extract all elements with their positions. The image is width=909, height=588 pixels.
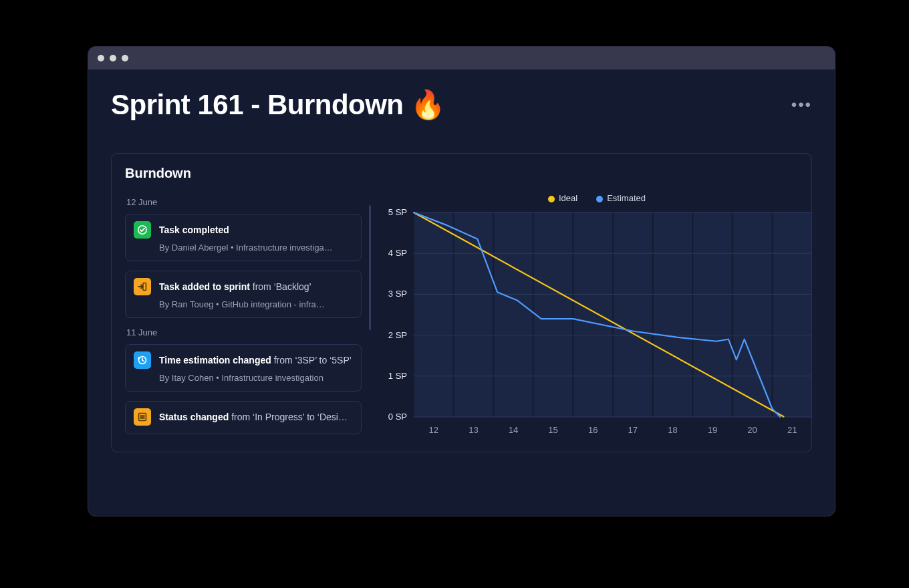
svg-text:13: 13	[469, 425, 478, 435]
chart-svg: 5 SP4 SP3 SP2 SP1 SP0 SP1213141516171819…	[376, 207, 812, 442]
svg-text:16: 16	[588, 425, 598, 435]
legend-estimated-label: Estimated	[607, 193, 646, 203]
app-window: Sprint 161 - Burndown 🔥 ••• Burndown 12 …	[88, 46, 835, 517]
svg-text:14: 14	[509, 425, 518, 435]
more-menu-button[interactable]: •••	[791, 96, 812, 114]
svg-text:21: 21	[787, 425, 797, 435]
legend-ideal-label: Ideal	[559, 193, 577, 203]
svg-rect-14	[773, 212, 811, 417]
event-title: Status changed from ‘In Progress’ to ‘De…	[159, 412, 348, 422]
svg-rect-10	[614, 212, 652, 417]
chart-legend: Ideal Estimated	[376, 193, 812, 203]
svg-text:18: 18	[668, 425, 677, 435]
svg-text:3 SP: 3 SP	[388, 289, 407, 299]
svg-rect-2	[143, 283, 146, 291]
burndown-card: Burndown 12 JuneTask completedBy Daniel …	[111, 153, 812, 452]
svg-rect-6	[454, 212, 493, 417]
svg-text:15: 15	[548, 425, 557, 435]
svg-rect-13	[733, 212, 772, 417]
window-maximize-icon[interactable]	[122, 55, 128, 61]
feed-event[interactable]: Task completedBy Daniel Abergel • Infras…	[125, 214, 362, 261]
clock-icon	[134, 351, 151, 369]
svg-text:0 SP: 0 SP	[388, 412, 407, 422]
burndown-chart: 5 SP4 SP3 SP2 SP1 SP0 SP1213141516171819…	[376, 207, 812, 434]
arrow-in-icon	[134, 278, 151, 295]
window-controls[interactable]	[98, 55, 128, 61]
event-subtitle: By Itay Cohen • Infrastructure investiga…	[134, 373, 353, 383]
svg-text:12: 12	[429, 425, 438, 435]
page-title-text: Sprint 161 - Burndown	[111, 89, 404, 121]
window-close-icon[interactable]	[98, 55, 104, 61]
window-minimize-icon[interactable]	[110, 55, 116, 61]
page-title: Sprint 161 - Burndown 🔥	[111, 88, 444, 121]
event-title: Task completed	[159, 225, 229, 235]
event-title: Time estimation changed from ‘3SP’ to ‘5…	[159, 355, 352, 365]
page-content: Sprint 161 - Burndown 🔥 ••• Burndown 12 …	[88, 69, 835, 516]
svg-text:5 SP: 5 SP	[388, 207, 407, 217]
activity-feed[interactable]: 12 JuneTask completedBy Daniel Abergel •…	[125, 193, 371, 444]
event-subtitle: By Ran Toueg • GitHub integration - infr…	[134, 299, 353, 309]
window-titlebar	[88, 47, 835, 69]
svg-rect-9	[573, 212, 612, 417]
svg-text:20: 20	[747, 425, 757, 435]
dot-icon	[596, 196, 603, 202]
dot-icon	[548, 196, 555, 202]
chart-panel: Ideal Estimated 5 SP4 SP3 SP2 SP1 SP0 SP…	[376, 193, 812, 444]
card-title: Burndown	[112, 154, 811, 193]
svg-rect-11	[654, 212, 692, 417]
feed-event[interactable]: Task added to sprint from ‘Backlog’By Ra…	[125, 271, 362, 318]
fire-icon: 🔥	[410, 88, 445, 121]
svg-rect-5	[414, 212, 453, 417]
svg-text:4 SP: 4 SP	[388, 248, 407, 258]
event-title: Task added to sprint from ‘Backlog’	[159, 281, 311, 292]
event-subtitle: By Daniel Abergel • Infrastructure inves…	[134, 243, 353, 253]
svg-text:2 SP: 2 SP	[388, 330, 407, 340]
svg-text:17: 17	[628, 425, 638, 435]
list-icon	[134, 408, 151, 426]
svg-rect-12	[693, 212, 732, 417]
legend-estimated: Estimated	[596, 193, 646, 203]
check-icon	[134, 221, 151, 239]
feed-event[interactable]: Status changed from ‘In Progress’ to ‘De…	[125, 401, 362, 434]
svg-rect-8	[534, 212, 573, 417]
legend-ideal: Ideal	[548, 193, 577, 203]
svg-text:1 SP: 1 SP	[388, 371, 407, 381]
svg-text:19: 19	[708, 425, 717, 435]
feed-date-label: 12 June	[126, 197, 362, 207]
svg-rect-7	[494, 212, 533, 417]
feed-date-label: 11 June	[126, 327, 362, 337]
feed-event[interactable]: Time estimation changed from ‘3SP’ to ‘5…	[125, 344, 362, 392]
